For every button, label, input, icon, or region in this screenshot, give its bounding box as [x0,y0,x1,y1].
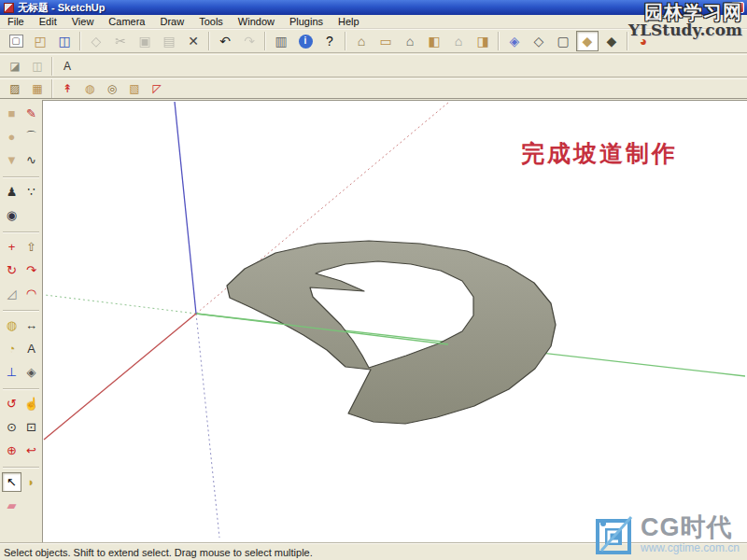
follow-me-tool-icon: ↷ [26,263,36,277]
redo-button[interactable]: ↷ [238,31,261,51]
sandbox-from-scratch-button[interactable]: ▦ [27,80,48,98]
view-left-button[interactable]: ◨ [472,31,494,51]
arc-tool-button[interactable]: ⌒ [21,127,41,147]
face-style-hidden-line-button[interactable]: ▢ [552,31,574,51]
tape-measure-tool-button[interactable]: ◍ [2,315,21,335]
erase-button[interactable]: ✕ [182,31,204,51]
menu-file[interactable]: File [0,15,32,28]
offset-tool-button[interactable]: ◠ [21,284,41,303]
paint-bucket-tool-button[interactable]: ◗ [21,472,41,492]
line-tool-icon: ✎ [26,106,36,120]
face-style-xray-icon: ◈ [510,35,520,48]
copy-button[interactable]: ▣ [134,31,156,51]
orbit-tool-button[interactable]: ↺ [2,394,21,413]
sandbox-drape-button[interactable]: ◎ [102,80,122,98]
pan-tool-icon: ☝ [23,397,38,411]
palette-row: ↺☝ [0,394,42,417]
menu-draw[interactable]: Draw [152,15,191,28]
section-tool-button[interactable]: ◈ [21,362,41,382]
menu-plugins[interactable]: Plugins [282,15,331,28]
paste-icon: ▤ [162,35,175,48]
dimension-tool-button[interactable]: ↔ [21,315,41,335]
zoom-previous-tool-icon: ↩ [26,443,36,457]
open-file-button[interactable]: ◰ [29,31,51,51]
model-viewport[interactable]: 完成坡道制作 [43,100,747,543]
model-info-button[interactable]: i [294,31,317,51]
sandbox-add-detail-button[interactable]: ▧ [124,80,145,98]
face-style-textured-button[interactable]: ◆ [600,31,623,51]
print-button[interactable]: ▥ [270,31,292,51]
polygon-tool-icon: ▼ [6,153,18,167]
sandbox-from-contours-button[interactable]: ▨ [5,80,25,98]
toolbar-separator [498,32,500,50]
palette-separator [3,231,39,233]
menu-window[interactable]: Window [231,15,282,28]
palette-row: ↖◗ [0,472,42,496]
menu-help[interactable]: Help [331,15,367,28]
menu-tools[interactable]: Tools [191,15,231,28]
section-plane-icon: ◪ [9,61,20,72]
rotate-tool-button[interactable]: ↻ [2,260,21,280]
menu-edit[interactable]: Edit [32,15,64,28]
eraser-tool-button[interactable]: ▰ [2,496,21,515]
protractor-tool-button[interactable]: ◔ [2,339,21,358]
line-tool-button[interactable]: ✎ [21,104,41,123]
view-right-button[interactable]: ◧ [423,31,445,51]
sandbox-smoove-button[interactable]: ↟ [57,80,78,98]
look-around-tool-button[interactable]: ◉ [2,205,21,225]
axes-tool-button[interactable]: ⊥ [2,362,21,382]
new-file-button[interactable]: ▢ [5,31,27,51]
scale-tool-button[interactable]: ◿ [2,284,21,303]
select-tool-button[interactable]: ↖ [2,472,21,492]
section-cut-button[interactable]: ◫ [27,57,48,75]
axes-tool-icon: ⊥ [7,365,17,379]
face-style-xray-button[interactable]: ◈ [503,31,526,51]
view-top-button[interactable]: ▭ [374,31,397,51]
position-camera-tool-icon: ♟ [7,185,18,199]
toolbar-separator [79,32,81,50]
palette-row: ⊙⊡ [0,417,42,441]
push-pull-tool-button[interactable]: ⇧ [21,237,41,257]
zoom-extents-tool-button[interactable]: ⊕ [2,441,21,460]
cut-button[interactable]: ✂ [109,31,132,51]
circle-tool-button[interactable]: ● [2,127,21,147]
move-tool-button[interactable]: + [2,237,21,257]
palette-row: ◔A [0,339,42,362]
window-title: 无标题 - SketchUp [18,1,106,15]
position-camera-tool-button[interactable]: ♟ [2,182,21,202]
face-style-textured-icon: ◆ [607,35,617,48]
3d-text-button[interactable]: A [57,57,78,75]
sandbox-flip-edge-button[interactable]: ◸ [147,80,167,98]
face-style-shaded-button[interactable]: ◆ [576,31,599,51]
sketchup-window: { "window": { "title": "无标题 - SketchUp",… [0,0,747,560]
paste-button[interactable]: ▤ [158,31,180,51]
ramp-shape[interactable] [227,241,556,424]
walk-tool-button[interactable]: ∵ [21,182,41,202]
zoom-previous-tool-button[interactable]: ↩ [21,441,41,460]
freehand-tool-button[interactable]: ∿ [21,150,41,170]
face-style-wireframe-button[interactable]: ◇ [528,31,550,51]
menu-camera[interactable]: Camera [101,15,152,28]
save-button[interactable]: ◫ [53,31,76,51]
section-plane-button[interactable]: ◪ [5,57,25,75]
rectangle-tool-button[interactable]: ■ [2,104,21,123]
text-tool-icon: A [27,342,35,356]
zoom-window-tool-button[interactable]: ⊡ [21,417,41,437]
view-back-button[interactable]: ⌂ [447,31,470,51]
help-button[interactable]: ? [318,31,341,51]
palette-row: ▰ [0,496,42,519]
polygon-tool-button[interactable]: ▼ [2,150,21,170]
make-component-button[interactable]: ◇ [85,31,107,51]
zoom-tool-button[interactable]: ⊙ [2,417,21,437]
section-tool-icon: ◈ [27,365,36,379]
view-front-button[interactable]: ⌂ [399,31,421,51]
toolbar-sections: ◪◫A [0,54,747,77]
menu-view[interactable]: View [64,15,102,28]
undo-button[interactable]: ↶ [214,31,236,51]
text-tool-button[interactable]: A [21,339,41,358]
view-iso-button[interactable]: ⌂ [350,31,373,51]
copy-icon: ▣ [138,35,150,48]
sandbox-stamp-button[interactable]: ◍ [79,80,100,98]
follow-me-tool-button[interactable]: ↷ [21,260,41,280]
pan-tool-button[interactable]: ☝ [21,394,41,413]
